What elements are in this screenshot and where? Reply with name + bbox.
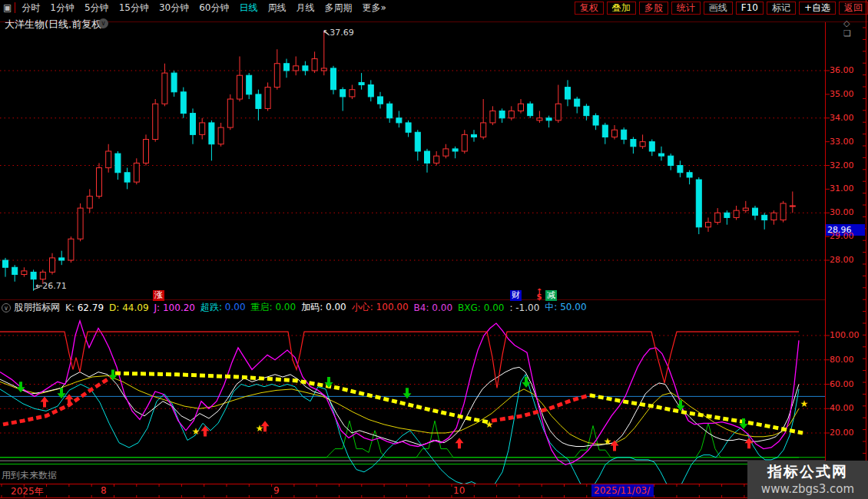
watermark-url: www.zbgs3.com (747, 482, 868, 496)
indicator-axis-label: 60.00 (830, 379, 865, 389)
price-axis-label: 36.00 (830, 65, 865, 75)
candlestick-chart (3, 31, 796, 291)
price-axis-label: 28.00 (830, 255, 865, 265)
future-data-note: 用到未来数据 (2, 469, 57, 482)
indicator-axis-label: 100.00 (830, 330, 865, 340)
indicator-value: D: 44.09 (109, 302, 148, 313)
indicator-value: 小心: 100.00 (352, 301, 409, 314)
dollar-up-icon: ↑ $ (535, 289, 544, 301)
panel-corner-icons[interactable]: ◇ ❏ (843, 18, 868, 38)
indicator-value: BXG: 0.00 (458, 302, 504, 313)
indicator-value: B4: 0.00 (414, 302, 452, 313)
buy-arrow-icon (456, 438, 464, 448)
indicator-axis-label: 80.00 (830, 355, 865, 365)
chart-canvas[interactable]: ★★★★★ (0, 0, 868, 499)
star-icon: ★ (256, 423, 264, 434)
price-axis-label: 29.00 (830, 231, 865, 241)
indicator-value: 重启: 0.00 (251, 301, 297, 314)
date-badge: 2025/11/03/— (591, 484, 654, 497)
watermark: 指标公式网 www.zbgs3.com (747, 461, 868, 499)
buy-arrow-icon (41, 396, 49, 407)
watermark-title: 指标公式网 (747, 462, 868, 482)
timeline-year: 2025年 (11, 485, 44, 498)
indicator-value: 中: 50.00 (545, 301, 586, 314)
indicator-value: 加码: 0.00 (301, 301, 346, 314)
indicator-chart: ★★★★★ (0, 321, 808, 491)
star-icon: ★ (800, 398, 809, 409)
sell-arrow-icon (403, 388, 412, 398)
chevron-down-icon[interactable]: ∨ (2, 303, 11, 312)
timeline-month: 8 (101, 485, 107, 496)
timeline-month: 10 (453, 485, 465, 496)
star-icon: ★ (485, 419, 494, 430)
chart-marker-badge: 财 (510, 290, 522, 301)
indicator-axis-label: 40.00 (830, 403, 865, 413)
timeline-month: 9 (273, 485, 280, 496)
price-axis-label: 33.00 (830, 137, 865, 147)
price-axis-label: 31.00 (830, 183, 865, 193)
price-axis-label: 32.00 (830, 160, 865, 170)
indicator-value: J: 100.20 (154, 302, 195, 313)
indicator-value: 超跌: 0.00 (200, 301, 246, 314)
buy-arrow-icon (201, 425, 210, 436)
high-price-annotation: ↖37.69 (323, 28, 354, 38)
indicator-axis-label: 20.00 (830, 428, 865, 438)
chart-marker-badge: 减 (545, 290, 557, 301)
indicator-value: : -1.00 (509, 302, 539, 313)
chevron-down-icon[interactable]: ∨ (98, 18, 108, 28)
star-icon: ★ (604, 436, 612, 447)
price-axis-label: 34.00 (830, 113, 865, 123)
trading-app-window: ▣ 分时1分钟5分钟15分钟30分钟60分钟日线周线月线多周期更多» 复权叠加多… (0, 0, 868, 499)
stock-title: 大洋生物(日线.前复权) (5, 18, 105, 31)
chart-marker-badge: 涨 (153, 290, 164, 301)
indicator-header: ∨ 股朋指标网K: 62.79D: 44.09J: 100.20超跌: 0.00… (2, 302, 592, 313)
price-axis-label: 35.00 (830, 89, 865, 99)
price-axis-label: 30.00 (830, 207, 865, 217)
low-price-annotation: ←26.71 (35, 281, 67, 291)
star-icon: ★ (192, 426, 200, 437)
indicator-value: K: 62.79 (65, 302, 104, 313)
indicator-value: 股朋指标网 (14, 301, 60, 314)
